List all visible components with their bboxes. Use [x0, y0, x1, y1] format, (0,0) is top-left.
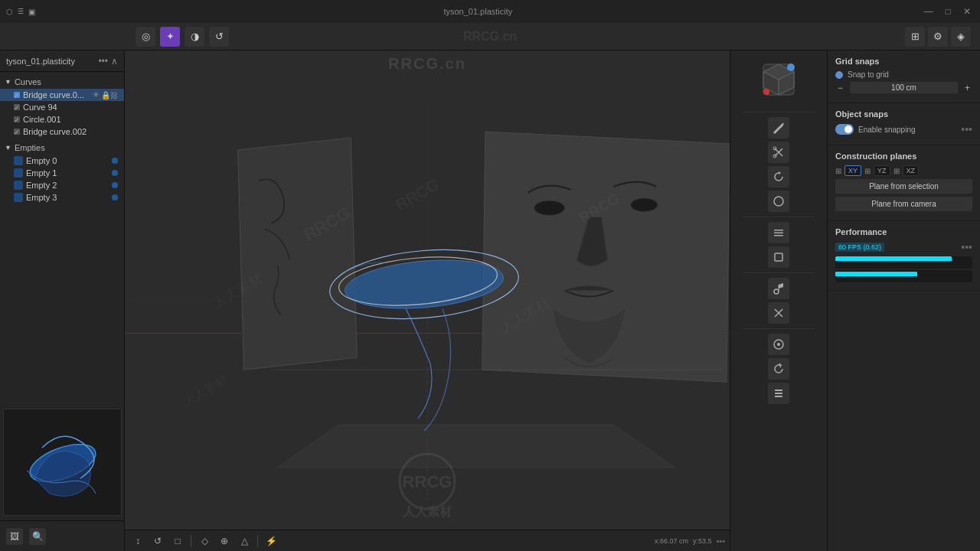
curve-icon-3: ✓	[14, 129, 20, 135]
grid-value[interactable]: 100 cm	[850, 82, 958, 93]
cube-nav[interactable]	[757, 58, 800, 101]
link-icon-0[interactable]: ⛓	[110, 91, 118, 99]
extra-tool-button[interactable]: ⚡	[263, 533, 279, 549]
empty-name-3: Empty 3	[26, 193, 112, 202]
circle-tool-button[interactable]	[768, 191, 789, 212]
view-button[interactable]: ◈	[951, 27, 971, 47]
draw-tool-button[interactable]	[768, 117, 789, 139]
tree-item-curve-94[interactable]: ✓ Curve 94	[0, 101, 124, 113]
bottom-right-group: x:66.07 cm y:53.5 •••	[655, 536, 725, 546]
tree-item-empty-2[interactable]: Empty 2	[0, 179, 124, 191]
app-icon: ⬡	[6, 8, 13, 16]
view-controls: ⊞ ⚙ ◈	[905, 27, 971, 47]
rotate-tool-button[interactable]: ↺	[149, 533, 166, 549]
collapse-button[interactable]: ∧	[111, 56, 118, 67]
tree-item-empty-0[interactable]: Empty 0	[0, 155, 124, 167]
window-icon[interactable]: ▣	[28, 8, 35, 16]
construction-planes-title: Construction planes	[835, 152, 972, 161]
settings-button[interactable]: ⚙	[928, 27, 948, 47]
mem-bar-wrap	[835, 270, 972, 282]
grid-plus-button[interactable]: +	[962, 83, 972, 93]
coord-x: x:66.07 cm	[655, 537, 688, 545]
xz-axis-button[interactable]: XZ	[903, 165, 920, 176]
main-toolbar: ◎ ✦ ◑ ↺ RRCG.cn ⊞ ⚙ ◈	[0, 23, 980, 51]
more-button[interactable]: •••	[98, 56, 108, 67]
refresh-3d-button[interactable]	[768, 358, 789, 380]
tool-halfcircle[interactable]: ◑	[185, 27, 204, 47]
snap-checkbox[interactable]	[835, 71, 843, 79]
curves-chevron: ▼	[5, 78, 11, 86]
viewport-title: RRCG.cn	[463, 30, 517, 44]
rotate-2d-button[interactable]	[768, 166, 789, 187]
gallery-button[interactable]: 🖼	[6, 528, 23, 545]
viewport[interactable]: RRCG 人人素材 RRCG 人人素材 RRCG 大人素材 RRCG 人人素材 …	[125, 51, 730, 551]
yz-axis-button[interactable]: YZ	[874, 165, 890, 176]
tree-item-bridge-curve-002[interactable]: ✓ Bridge curve.002	[0, 126, 124, 138]
snap-label: Snap to grid	[848, 70, 889, 79]
music-tool-button[interactable]	[768, 278, 789, 299]
tool-group: ◎ ✦ ◑ ↺	[136, 27, 900, 47]
toolbar-separator-1	[191, 535, 191, 547]
grid-minus-button[interactable]: −	[835, 83, 845, 93]
svg-marker-6	[238, 138, 358, 370]
fps-bar	[835, 256, 952, 261]
menu-icon[interactable]: ☰	[18, 8, 24, 15]
search-button[interactable]: 🔍	[29, 528, 46, 545]
file-name: tyson_01.plasticity	[6, 57, 98, 66]
list-3d-button[interactable]	[768, 383, 789, 404]
curves-section-header[interactable]: ▼ Curves	[0, 75, 124, 89]
empties-section-header[interactable]: ▼ Empties	[0, 141, 124, 155]
maximize-button[interactable]: □	[942, 6, 954, 17]
triangle-tool-button[interactable]: △	[236, 533, 253, 549]
empties-label: Empties	[15, 143, 45, 152]
cut-tool-button[interactable]	[768, 142, 789, 163]
svg-point-42	[777, 343, 780, 346]
grid-view-button[interactable]: ⊞	[905, 27, 925, 47]
axes-row: ⊞ XY ⊞ YZ ⊞ XZ	[835, 165, 972, 176]
tree-item-empty-1[interactable]: Empty 1	[0, 167, 124, 179]
snap-circle-button[interactable]	[768, 334, 789, 355]
move-tool-button[interactable]: ↕	[129, 533, 146, 549]
bottom-more-button[interactable]: •••	[716, 536, 725, 546]
svg-rect-37	[774, 235, 783, 236]
snap-toggle[interactable]	[835, 124, 854, 135]
curve-icon-1: ✓	[14, 104, 20, 110]
lock-icon-0[interactable]: 🔒	[101, 91, 110, 99]
window-controls: — □ ✕	[921, 6, 974, 17]
object-snap-row: Enable snapping •••	[835, 123, 972, 135]
tree-item-circle-001[interactable]: ✓ Circle.001	[0, 113, 124, 126]
empties-chevron: ▼	[5, 144, 11, 152]
perf-more[interactable]: •••	[961, 241, 972, 253]
xy-axis-button[interactable]: XY	[844, 165, 861, 176]
plane-from-camera-button[interactable]: Plane from camera	[835, 197, 972, 211]
tree-item-empty-3[interactable]: Empty 3	[0, 191, 124, 204]
curves-label: Curves	[15, 77, 41, 86]
title-bar: ⬡ ☰ ▣ tyson_01.plasticity — □ ✕	[0, 0, 980, 23]
construction-planes-section: Construction planes ⊞ XY ⊞ YZ ⊞ XZ Plane…	[828, 145, 980, 221]
body: tyson_01.plasticity ••• ∧ ▼ Curves ✓ Bri…	[0, 51, 980, 551]
tree-item-bridge-curve-0[interactable]: ✓ Bridge curve.0... 👁 🔒 ⛓	[0, 89, 124, 101]
performance-section: Performance 60 FPS (0.62) •••	[828, 221, 980, 291]
select-tool-button[interactable]: □	[169, 533, 186, 549]
left-panel-header: tyson_01.plasticity ••• ∧	[0, 51, 124, 72]
empty-dot-2	[112, 182, 118, 188]
plus-tool-button[interactable]: ⊕	[216, 533, 233, 549]
grid-value-row: − 100 cm +	[835, 82, 972, 93]
minimize-button[interactable]: —	[921, 6, 936, 17]
bottom-toolbar: ↕ ↺ □ ◇ ⊕ △ ⚡ x:66.07 cm y:53.5 •••	[125, 530, 730, 551]
tool-star[interactable]: ✦	[160, 27, 180, 47]
close-button[interactable]: ✕	[960, 6, 974, 17]
diamond-tool-button[interactable]: ◇	[196, 533, 213, 549]
eye-icon-0[interactable]: 👁	[93, 91, 100, 99]
tool-refresh[interactable]: ↺	[209, 27, 229, 47]
coord-y: y:53.5	[693, 537, 712, 545]
object-snaps-title: Object snaps	[835, 109, 972, 119]
x-tool-button[interactable]	[768, 302, 789, 324]
lines-tool-button[interactable]	[768, 222, 789, 243]
plane-from-selection-button[interactable]: Plane from selection	[835, 179, 972, 194]
object-snap-more[interactable]: •••	[961, 123, 972, 135]
square-tool-button[interactable]	[768, 246, 789, 268]
tool-circle[interactable]: ◎	[136, 27, 155, 47]
empty-dot-3	[112, 194, 118, 201]
app-title: tyson_01.plasticity	[35, 7, 921, 16]
